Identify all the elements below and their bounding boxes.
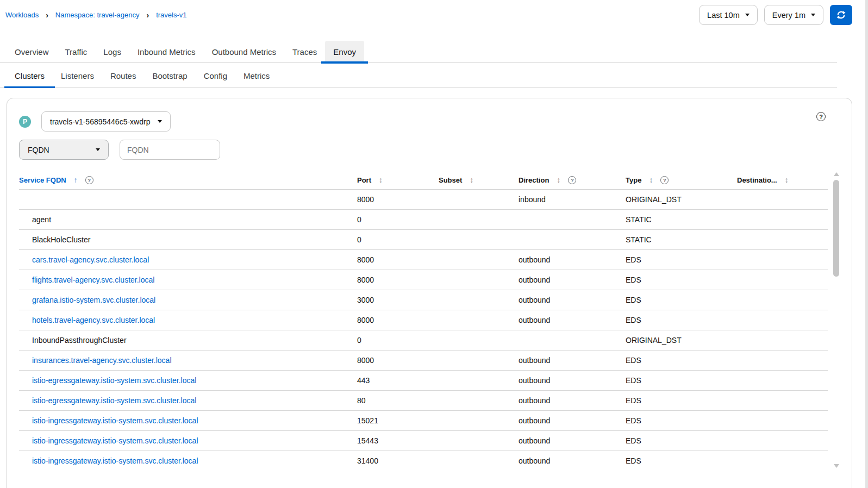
cell-service-fqdn[interactable]: istio-ingressgateway.istio-system.svc.cl… [19,410,357,430]
tab[interactable]: Logs [95,41,129,62]
scroll-down-icon[interactable] [834,464,839,468]
cell-direction: outbound [519,350,626,370]
cell-type: STATIC [626,229,737,249]
cell-subset [439,330,519,350]
subtab[interactable]: Config [196,65,235,87]
column-header[interactable]: Destinatio... ↕ [737,171,828,189]
cell-service-fqdn[interactable]: hotels.travel-agency.svc.cluster.local [19,310,357,330]
top-bar: Workloads › Namespace: travel-agency › t… [0,0,868,30]
sort-icon: ↕ [470,176,473,184]
cell-destination-rule [737,390,828,410]
column-help-icon[interactable]: ? [660,176,669,184]
cluster-row: istio-ingressgateway.istio-system.svc.cl… [19,430,828,451]
cell-service-fqdn[interactable] [19,189,357,209]
column-header[interactable]: Service FQDN ↑ ? [19,171,357,189]
help-icon[interactable]: ? [816,112,826,121]
cell-direction: outbound [519,249,626,270]
breadcrumb-namespace[interactable]: Namespace: travel-agency [55,11,140,19]
column-header[interactable]: Port ↕ [357,171,439,189]
cluster-row: istio-ingressgateway.istio-system.svc.cl… [19,410,828,430]
cell-type: EDS [626,310,737,330]
scrollbar-thumb[interactable] [833,180,839,277]
cell-subset [439,310,519,330]
cell-service-fqdn[interactable]: BlackHoleCluster [19,229,357,249]
column-help-icon[interactable]: ? [85,176,93,184]
cell-port: 443 [357,370,439,390]
chevron-down-icon [811,14,815,16]
tab[interactable]: Traffic [57,41,96,62]
breadcrumb-workload-name[interactable]: travels-v1 [156,11,186,19]
tab[interactable]: Traces [284,41,325,62]
cell-subset [439,430,519,451]
subtab[interactable]: Routes [102,65,145,87]
column-help-icon[interactable]: ? [568,176,576,184]
page-scrollbar[interactable] [865,0,868,488]
cell-service-fqdn[interactable]: flights.travel-agency.svc.cluster.local [19,270,357,290]
cell-port: 3000 [357,290,439,310]
cell-destination-rule [737,229,828,249]
refresh-button[interactable] [830,5,852,25]
pod-dropdown[interactable]: travels-v1-56895446c5-xwdrp [41,111,171,132]
cluster-row: 8000 inbound ORIGINAL_DST [19,189,828,209]
chevron-down-icon [96,148,100,151]
duration-dropdown[interactable]: Last 10m [699,5,758,25]
breadcrumb-workloads[interactable]: Workloads [5,11,39,19]
envoy-subtabs: ClustersListenersRoutesBootstrapConfigMe… [0,65,837,87]
cell-direction: outbound [519,390,626,410]
cell-type: EDS [626,390,737,410]
tab[interactable]: Envoy [325,41,364,62]
cell-subset [439,249,519,270]
cell-port: 8000 [357,270,439,290]
cell-subset [439,270,519,290]
cell-service-fqdn[interactable]: grafana.istio-system.svc.cluster.local [19,290,357,310]
cell-direction: outbound [519,430,626,451]
cell-destination-rule [737,410,828,430]
cell-service-fqdn[interactable]: istio-ingressgateway.istio-system.svc.cl… [19,451,357,469]
sort-icon: ↕ [649,176,653,184]
cell-type: EDS [626,290,737,310]
cell-destination-rule [737,290,828,310]
cell-service-fqdn[interactable]: InboundPassthroughCluster [19,330,357,350]
cell-direction [519,330,626,350]
refresh-interval-dropdown[interactable]: Every 1m [764,5,823,25]
subtab[interactable]: Metrics [235,65,278,87]
cell-destination-rule [737,270,828,290]
cell-service-fqdn[interactable]: insurances.travel-agency.svc.cluster.loc… [19,350,357,370]
cell-direction: outbound [519,370,626,390]
filter-type-select[interactable]: FQDN [19,140,109,160]
subtab[interactable]: Bootstrap [144,65,195,87]
chevron-right-icon: › [46,11,48,19]
refresh-interval-label: Every 1m [772,11,805,20]
subtab[interactable]: Clusters [7,65,53,87]
cell-subset [439,209,519,229]
cell-destination-rule [737,451,828,469]
chevron-right-icon: › [147,11,149,19]
cell-port: 31400 [357,451,439,469]
cell-direction: outbound [519,451,626,469]
tab[interactable]: Outbound Metrics [204,41,284,62]
cell-port: 8000 [357,189,439,209]
cell-service-fqdn[interactable]: istio-egressgateway.istio-system.svc.clu… [19,370,357,390]
cell-direction [519,229,626,249]
column-header[interactable]: Direction ↕ ? [519,171,626,189]
cell-service-fqdn[interactable]: cars.travel-agency.svc.cluster.local [19,249,357,270]
cell-type: EDS [626,270,737,290]
subtab[interactable]: Listeners [53,65,102,87]
cell-service-fqdn[interactable]: istio-egressgateway.istio-system.svc.clu… [19,390,357,410]
table-header-row: Service FQDN ↑ ? Port [19,171,828,189]
cell-type: ORIGINAL_DST [626,189,737,209]
cluster-row: istio-ingressgateway.istio-system.svc.cl… [19,451,828,469]
column-header[interactable]: Type ↕ ? [626,171,737,189]
scroll-up-icon[interactable] [834,172,839,176]
fqdn-filter-input[interactable] [120,140,220,160]
column-header[interactable]: Subset ↕ [439,171,519,189]
sort-icon: ↕ [379,176,383,184]
tab[interactable]: Overview [7,41,57,62]
cell-service-fqdn[interactable]: istio-ingressgateway.istio-system.svc.cl… [19,430,357,451]
breadcrumb: Workloads › Namespace: travel-agency › t… [5,11,187,19]
cell-direction: outbound [519,270,626,290]
tab[interactable]: Inbound Metrics [129,41,204,62]
cell-service-fqdn[interactable]: agent [19,209,357,229]
cell-port: 15443 [357,430,439,451]
filter-row: FQDN [19,140,220,160]
